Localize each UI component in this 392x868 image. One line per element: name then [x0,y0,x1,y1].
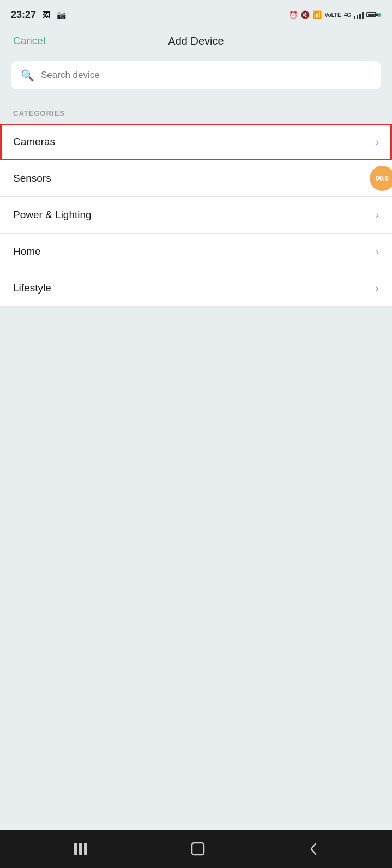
bottom-area [0,307,392,830]
search-box: 🔍 [11,61,381,89]
photo-icon: 🖼 [43,10,50,19]
timer-badge: 00:0 [370,166,392,191]
category-list: Cameras › Sensors › 00:0 Power & Lightin… [0,124,392,307]
volte-icon: VoLTE [324,12,341,18]
chevron-right-icon: › [376,136,379,148]
category-label: Home [13,246,41,258]
category-label: Cameras [13,136,55,148]
category-label: Sensors [13,172,51,184]
nav-home-button[interactable] [191,842,205,856]
status-bar: 23:27 🖼 📷 ⏰ 🔇 📶 VoLTE 4G [0,0,392,27]
nav-back-button[interactable] [308,841,319,857]
battery-icon [366,12,381,17]
video-icon: 📷 [57,10,66,19]
chevron-right-icon: › [376,209,379,221]
category-item-sensors[interactable]: Sensors › 00:0 [0,160,392,197]
category-item-cameras[interactable]: Cameras › [0,124,392,160]
nav-menu-button[interactable] [73,843,88,855]
chevron-right-icon: › [376,283,379,294]
wifi-icon: 📶 [312,10,322,19]
alarm-icon: ⏰ [289,11,298,19]
cancel-button[interactable]: Cancel [13,35,45,47]
category-label: Power & Lighting [13,209,92,221]
category-item-home[interactable]: Home › [0,234,392,270]
page-title: Add Device [168,35,224,47]
header: Cancel Add Device [0,27,392,57]
category-item-lifestyle[interactable]: Lifestyle › [0,270,392,307]
mute-icon: 🔇 [300,10,310,19]
category-label: Lifestyle [13,282,51,294]
status-time: 23:27 [11,9,36,21]
search-container: 🔍 [0,57,392,100]
search-input[interactable] [41,70,371,81]
categories-label: CATEGORIES [0,100,392,124]
nav-bar [0,830,392,868]
svg-rect-3 [192,843,204,855]
signal-icon [354,11,364,19]
svg-rect-1 [79,843,82,855]
status-right-icons: ⏰ 🔇 📶 VoLTE 4G [289,10,381,19]
svg-rect-0 [74,843,77,855]
chevron-right-icon: › [376,246,379,258]
svg-rect-2 [84,843,87,855]
category-item-power-lighting[interactable]: Power & Lighting › [0,197,392,234]
4g-icon: 4G [344,12,351,18]
search-icon: 🔍 [21,69,34,82]
